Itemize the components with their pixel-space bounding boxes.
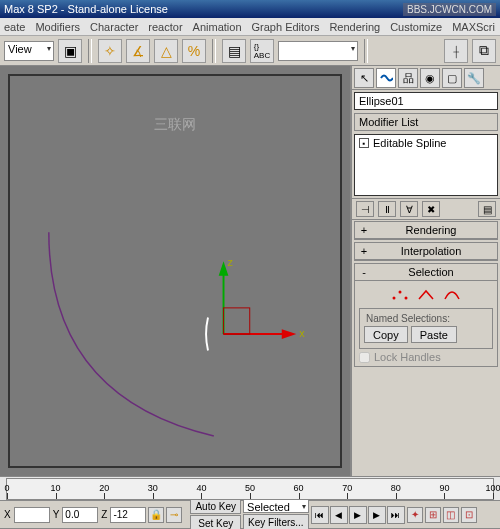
main-toolbar: View ▣ ✧ ∡ △ % ▤ {}ABC ⟊ ⧉	[0, 36, 500, 66]
named-selection-combo[interactable]	[278, 41, 358, 61]
play-icon[interactable]: ▶	[349, 506, 367, 524]
command-panel: ↖ 品 ◉ ▢ 🔧 Ellipse01 Modifier List ▪ Edit…	[352, 66, 500, 476]
menu-animation[interactable]: Animation	[193, 21, 242, 33]
named-selections-label: Named Selections:	[364, 313, 452, 324]
named-selections-group: Named Selections: Copy Paste	[359, 308, 493, 349]
selection-subobject-icons	[359, 284, 493, 306]
pivot-icon[interactable]: ▣	[58, 39, 82, 63]
gizmo-plane	[224, 308, 250, 334]
menu-reactor[interactable]: reactor	[148, 21, 182, 33]
viewport-frame: 三联网 z x	[8, 74, 342, 468]
goto-end-icon[interactable]: ⏭	[387, 506, 405, 524]
z-input[interactable]	[110, 507, 146, 523]
tick-label: 50	[245, 483, 255, 493]
tick-label: 70	[342, 483, 352, 493]
create-tab-icon[interactable]: ↖	[354, 68, 374, 88]
key-filters-button[interactable]: Key Filters...	[243, 514, 309, 529]
object-name-field[interactable]: Ellipse01	[354, 92, 498, 110]
nav-icon-1[interactable]: ✦	[407, 507, 423, 523]
angle-snap-icon[interactable]: ∡	[126, 39, 150, 63]
display-tab-icon[interactable]: ▢	[442, 68, 462, 88]
interpolation-rollout: +Interpolation	[354, 242, 498, 261]
svg-point-1	[399, 291, 402, 294]
tick-label: 60	[294, 483, 304, 493]
tick-label: 30	[148, 483, 158, 493]
menu-character[interactable]: Character	[90, 21, 138, 33]
prev-frame-icon[interactable]: ◀	[330, 506, 348, 524]
motion-tab-icon[interactable]: ◉	[420, 68, 440, 88]
hierarchy-tab-icon[interactable]: 品	[398, 68, 418, 88]
viewport-content: z x	[10, 76, 340, 466]
snap-toggle-icon[interactable]: ✧	[98, 39, 122, 63]
z-label: z	[227, 256, 232, 268]
show-end-result-icon[interactable]: Ⅱ	[378, 201, 396, 217]
nav-icon-2[interactable]: ⊞	[425, 507, 441, 523]
interpolation-rollout-header[interactable]: +Interpolation	[355, 243, 497, 260]
x-input[interactable]	[14, 507, 50, 523]
expand-icon[interactable]: ▪	[359, 138, 369, 148]
make-unique-icon[interactable]: ∀	[400, 201, 418, 217]
selection-rollout: -Selection Named Selections: Copy Paste …	[354, 263, 498, 367]
lock-handles-checkbox[interactable]: Lock Handles	[359, 351, 493, 363]
segment-icon[interactable]	[416, 287, 436, 303]
y-label: Y	[51, 509, 62, 520]
named-selection-icon[interactable]: ▤	[222, 39, 246, 63]
time-ruler[interactable]: 0102030405060708090100	[6, 478, 494, 500]
pin-stack-icon[interactable]: ⊣	[356, 201, 374, 217]
copy-button[interactable]: Copy	[364, 326, 408, 343]
modifier-stack[interactable]: ▪ Editable Spline	[354, 134, 498, 196]
rotation-arc	[206, 318, 208, 351]
selection-rollout-header[interactable]: -Selection	[355, 264, 497, 281]
lock-icon[interactable]: 🔒	[148, 507, 164, 523]
minus-icon: -	[359, 266, 369, 278]
y-input[interactable]	[62, 507, 98, 523]
array-icon[interactable]: ⧉	[472, 39, 496, 63]
gizmo-x-arrow	[282, 329, 297, 339]
plus-icon: +	[359, 224, 369, 236]
goto-start-icon[interactable]: ⏮	[311, 506, 329, 524]
plus-icon: +	[359, 245, 369, 257]
utilities-tab-icon[interactable]: 🔧	[464, 68, 484, 88]
rendering-rollout-header[interactable]: +Rendering	[355, 222, 497, 239]
set-key-button[interactable]: Set Key	[190, 515, 241, 529]
vertex-icon[interactable]	[390, 287, 410, 303]
nav-icon-4[interactable]: ⊡	[461, 507, 477, 523]
x-label: X	[2, 509, 13, 520]
spinner-snap-icon[interactable]: %	[182, 39, 206, 63]
modifier-list-dropdown[interactable]: Modifier List	[354, 113, 498, 131]
separator	[88, 39, 92, 63]
reference-coord-combo[interactable]: View	[4, 41, 54, 61]
percent-snap-icon[interactable]: △	[154, 39, 178, 63]
menu-graph-editors[interactable]: Graph Editors	[252, 21, 320, 33]
transform-type-in: X Y Z	[2, 507, 146, 523]
abc-icon[interactable]: {}ABC	[250, 39, 274, 63]
paste-button[interactable]: Paste	[411, 326, 457, 343]
spline-icon[interactable]	[442, 287, 462, 303]
stack-toolbar: ⊣ Ⅱ ∀ ✖ ▤	[352, 198, 500, 220]
tick-label: 0	[4, 483, 9, 493]
viewport[interactable]: 三联网 z x	[0, 66, 352, 476]
menu-create[interactable]: eate	[4, 21, 25, 33]
tick-label: 40	[196, 483, 206, 493]
configure-sets-icon[interactable]: ▤	[478, 201, 496, 217]
playback-controls: ⏮ ◀ ▶ ▶ ⏭	[311, 506, 405, 524]
tick-label: 20	[99, 483, 109, 493]
nav-icon-3[interactable]: ◫	[443, 507, 459, 523]
menu-modifiers[interactable]: Modifiers	[35, 21, 80, 33]
x-label: x	[299, 327, 305, 339]
key-icon[interactable]: ⊸	[166, 507, 182, 523]
next-frame-icon[interactable]: ▶	[368, 506, 386, 524]
status-bar-controls: X Y Z 🔒 ⊸ Auto Key Set Key Selected Key …	[0, 500, 500, 528]
timeline[interactable]: 0102030405060708090100	[0, 476, 500, 500]
menu-rendering[interactable]: Rendering	[329, 21, 380, 33]
key-filter-combo[interactable]: Selected	[243, 499, 309, 513]
remove-modifier-icon[interactable]: ✖	[422, 201, 440, 217]
modify-tab-icon[interactable]	[376, 68, 396, 88]
separator	[212, 39, 216, 63]
menu-customize[interactable]: Customize	[390, 21, 442, 33]
menu-maxscript[interactable]: MAXScri	[452, 21, 495, 33]
auto-key-button[interactable]: Auto Key	[190, 498, 241, 514]
stack-item-editable-spline[interactable]: ▪ Editable Spline	[355, 135, 497, 151]
mirror-icon[interactable]: ⟊	[444, 39, 468, 63]
title-bar: Max 8 SP2 - Stand-alone License BBS.JCWC…	[0, 0, 500, 18]
